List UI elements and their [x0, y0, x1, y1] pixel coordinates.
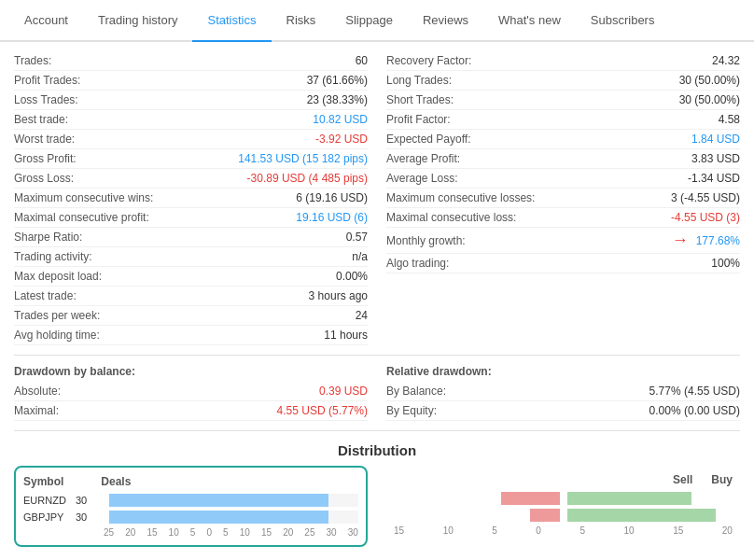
stat-row: Maximal consecutive profit: 19.16 USD (6… — [14, 208, 368, 228]
chart-header: Symbol Deals — [23, 475, 358, 488]
stat-row: Maximal: 4.55 USD (5.77%) — [14, 401, 368, 421]
stat-label: Gross Loss: — [14, 172, 74, 185]
stat-label: Short Trades: — [386, 93, 454, 106]
divider — [14, 430, 740, 431]
stats-grid: Trades: 60 Profit Trades: 37 (61.66%) Lo… — [14, 51, 740, 345]
stat-row: Loss Trades: 23 (38.33%) — [14, 91, 368, 110]
sell-bar — [501, 492, 559, 505]
stat-value: 11 hours — [324, 329, 368, 342]
stat-label: Maximal consecutive loss: — [386, 211, 516, 224]
stat-value: 100% — [711, 257, 740, 270]
stat-label: Monthly growth: — [386, 234, 466, 247]
drawdown-right: Relative drawdown: By Balance: 5.77% (4.… — [386, 365, 740, 421]
stat-value: 141.53 USD (15 182 pips) — [238, 152, 368, 165]
tab-risks[interactable]: Risks — [272, 0, 331, 40]
stat-row: Profit Factor: 4.58 — [386, 110, 740, 130]
chart-deals: 30 — [76, 495, 104, 506]
stat-label: Loss Trades: — [14, 93, 78, 106]
stat-value: 0.57 — [346, 231, 368, 244]
stat-label: Worst trade: — [14, 133, 75, 146]
stat-row: Recovery Factor: 24.32 — [386, 51, 740, 71]
chart-row: GBPJPY 30 — [23, 511, 358, 524]
chart-col-buy: Buy — [711, 473, 733, 486]
stat-value: 6 (19.16 USD) — [296, 191, 368, 204]
stat-row: By Balance: 5.77% (4.55 USD) — [386, 382, 740, 401]
stat-value: -30.89 USD (4 485 pips) — [247, 172, 368, 185]
tab-slippage[interactable]: Slippage — [330, 0, 408, 40]
tab-whats-new[interactable]: What's new — [483, 0, 576, 40]
drawdown-relative-title: Relative drawdown: — [386, 365, 740, 378]
stat-row: Profit Trades: 37 (61.66%) — [14, 71, 368, 91]
chart-symbol: EURNZD — [23, 495, 70, 506]
stat-value: 5.77% (4.55 USD) — [649, 385, 740, 398]
stat-row: Maximal consecutive loss: -4.55 USD (3) — [386, 208, 740, 228]
stat-label: By Balance: — [386, 385, 446, 398]
chart-bar-container — [109, 511, 358, 524]
stat-row: Algo trading: 100% — [386, 254, 740, 273]
stat-label: Trades: — [14, 54, 51, 67]
stat-label: Average Profit: — [386, 152, 460, 165]
chart-symbol: GBPJPY — [23, 511, 70, 523]
stat-row: Avg holding time: 11 hours — [14, 326, 368, 345]
stat-value: n/a — [352, 250, 368, 263]
stat-value: -1.34 USD — [688, 172, 740, 185]
stat-value: 4.55 USD (5.77%) — [277, 404, 368, 417]
stat-value: 1.84 USD — [691, 133, 740, 146]
chart-col-symbol: Symbol — [23, 475, 63, 488]
stat-row: Worst trade: -3.92 USD — [14, 130, 368, 149]
stat-row: Latest trade: 3 hours ago — [14, 287, 368, 306]
tab-reviews[interactable]: Reviews — [408, 0, 483, 40]
stat-label: Trading activity: — [14, 250, 92, 263]
stat-value: 10.82 USD — [313, 113, 368, 126]
stat-label: Avg holding time: — [14, 329, 100, 342]
stat-row: Gross Loss: -30.89 USD (4 485 pips) — [14, 169, 368, 189]
stat-label: Absolute: — [14, 385, 61, 398]
red-arrow-icon: → — [672, 231, 689, 250]
stat-row: Average Profit: 3.83 USD — [386, 149, 740, 169]
stat-row: Max deposit load: 0.00% — [14, 267, 368, 287]
stat-label: Profit Factor: — [386, 113, 451, 126]
distribution-chart-left: Symbol Deals EURNZD 30 GBPJPY 30 25 20 — [14, 466, 368, 547]
stat-value: 24.32 — [712, 54, 740, 67]
stat-row: By Equity: 0.00% (0.00 USD) — [386, 401, 740, 421]
stat-value: 23 (38.33%) — [307, 93, 368, 106]
chart-axis: 25 20 15 10 5 0 5 10 15 20 25 30 30 — [23, 527, 358, 538]
stat-value: 19.16 USD (6) — [296, 211, 368, 224]
tab-statistics[interactable]: Statistics — [192, 0, 271, 42]
stat-row: Monthly growth: → 177.68% — [386, 228, 740, 254]
stat-row: Sharpe Ratio: 0.57 — [14, 228, 368, 247]
stat-value: 0.00% — [336, 270, 368, 283]
tab-trading-history[interactable]: Trading history — [83, 0, 193, 40]
chart-right-header: Sell Buy — [394, 473, 733, 486]
stat-row: Expected Payoff: 1.84 USD — [386, 130, 740, 149]
stat-row: Maximum consecutive losses: 3 (-4.55 USD… — [386, 189, 740, 208]
tab-subscribers[interactable]: Subscribers — [576, 0, 670, 40]
stat-value: 37 (61.66%) — [307, 74, 368, 87]
tab-account[interactable]: Account — [9, 0, 83, 40]
distribution-title: Distribution — [14, 442, 740, 458]
chart-right-row — [394, 509, 733, 522]
stat-label: Maximum consecutive losses: — [386, 191, 535, 204]
stats-left-column: Trades: 60 Profit Trades: 37 (61.66%) Lo… — [14, 51, 368, 345]
drawdown-balance-title: Drawdown by balance: — [14, 365, 368, 378]
stat-label: Expected Payoff: — [386, 133, 471, 146]
drawdown-left: Drawdown by balance: Absolute: 0.39 USD … — [14, 365, 368, 421]
stat-label: Maximal: — [14, 404, 59, 417]
distribution-grid: Symbol Deals EURNZD 30 GBPJPY 30 25 20 — [14, 466, 740, 547]
stat-label: Maximal consecutive profit: — [14, 211, 149, 224]
right-axis: 15 10 5 0 5 10 15 20 — [394, 525, 733, 536]
chart-deals: 30 — [76, 511, 104, 523]
statistics-content: Trades: 60 Profit Trades: 37 (61.66%) Lo… — [0, 42, 754, 556]
stat-row: Short Trades: 30 (50.00%) — [386, 91, 740, 110]
stat-row: Long Trades: 30 (50.00%) — [386, 71, 740, 91]
stat-value: 60 — [356, 54, 368, 67]
chart-bar — [109, 511, 328, 524]
stat-label: Maximum consecutive wins: — [14, 191, 153, 204]
stat-label: Trades per week: — [14, 309, 100, 322]
stat-value: 30 (50.00%) — [679, 93, 740, 106]
stat-label: Sharpe Ratio: — [14, 231, 82, 244]
chart-bar — [109, 494, 328, 507]
stat-row: Gross Profit: 141.53 USD (15 182 pips) — [14, 149, 368, 169]
stat-row: Maximum consecutive wins: 6 (19.16 USD) — [14, 189, 368, 208]
chart-right-row — [394, 492, 733, 505]
